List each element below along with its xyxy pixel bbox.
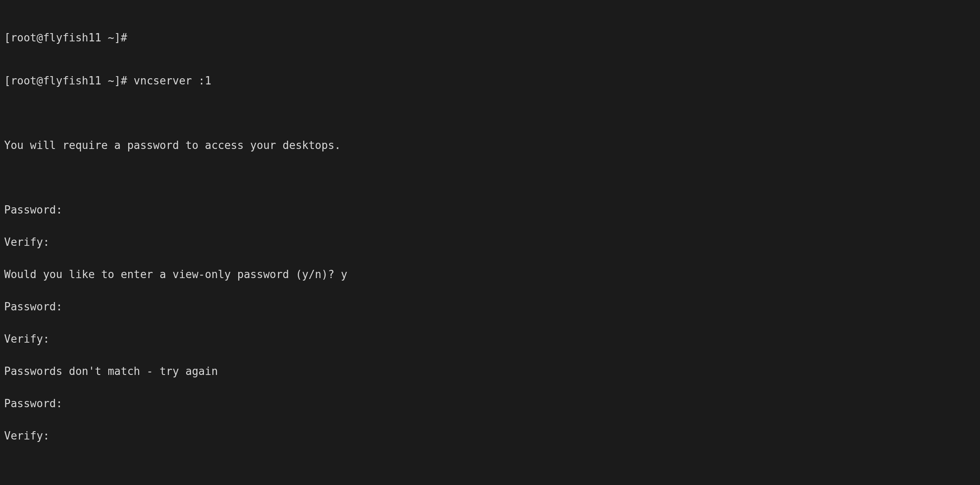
- shell-prompt: [root@flyfish11 ~]#: [4, 31, 134, 44]
- terminal-output: Verify:: [4, 334, 976, 344]
- terminal[interactable]: [root@flyfish11 ~]# [root@flyfish11 ~]# …: [0, 0, 980, 485]
- blank-line: [4, 463, 976, 473]
- terminal-output: You will require a password to access yo…: [4, 140, 976, 151]
- terminal-output: Password:: [4, 301, 976, 312]
- terminal-output: Password:: [4, 204, 976, 215]
- blank-line: [4, 108, 976, 118]
- terminal-output: Verify:: [4, 237, 976, 247]
- blank-line: [4, 172, 976, 183]
- terminal-output: Would you like to enter a view-only pass…: [4, 269, 976, 280]
- terminal-output: Passwords don't match - try again: [4, 366, 976, 377]
- terminal-line: [root@flyfish11 ~]#: [4, 32, 976, 43]
- terminal-output: Password:: [4, 398, 976, 409]
- terminal-output: Verify:: [4, 430, 976, 441]
- shell-prompt: [root@flyfish11 ~]#: [4, 74, 134, 87]
- terminal-line: [root@flyfish11 ~]# vncserver :1: [4, 75, 976, 86]
- command-text: vncserver :1: [134, 74, 211, 87]
